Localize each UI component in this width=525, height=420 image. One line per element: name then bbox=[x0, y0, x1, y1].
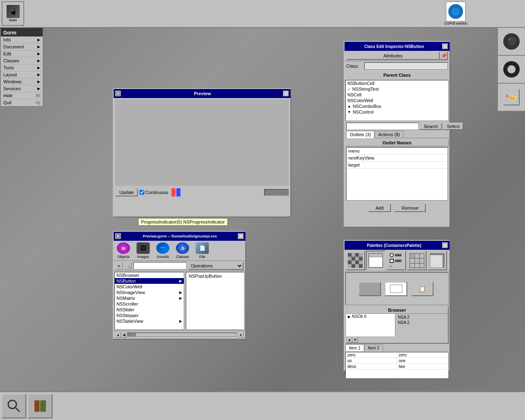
preview-window: Preview ✕ Update Continuous ProgressIndi… bbox=[113, 88, 291, 217]
inspector-tab-outlets[interactable]: Outlets (3) bbox=[346, 131, 374, 138]
outlet-item-target[interactable]: target bbox=[347, 162, 447, 169]
gorm-up-btn[interactable]: ▲ bbox=[115, 332, 121, 338]
gorm-images-tab[interactable]: 🖼 Images bbox=[135, 242, 151, 259]
menu-item-quit[interactable]: Quit #q bbox=[1, 99, 43, 106]
browser-up-btn[interactable]: ▲ bbox=[347, 337, 352, 342]
gorm-left-btn[interactable]: ◀ bbox=[121, 332, 127, 338]
browser-right-item-2[interactable]: NSA 2 bbox=[396, 320, 447, 325]
right-icon-3[interactable]: ✏️ bbox=[497, 84, 525, 112]
inspector-close-btn[interactable]: ✕ bbox=[442, 43, 448, 49]
gorm-minimize-btn[interactable] bbox=[115, 233, 121, 239]
class-list-item-nsbuttoncell[interactable]: NSButtonCell bbox=[346, 80, 448, 86]
inspector-remove-btn[interactable]: Remove bbox=[394, 204, 426, 212]
inspector-tab-actions[interactable]: Actions (8) bbox=[374, 131, 404, 138]
gorm-file-tab[interactable]: 📄 File bbox=[194, 242, 210, 259]
class-list-item-nscell[interactable]: NSCell bbox=[346, 92, 448, 98]
palettes-close-btn[interactable]: ✕ bbox=[442, 242, 448, 248]
menu-item-info[interactable]: Info ▶ bbox=[1, 37, 43, 43]
gorm-close-btn[interactable]: ✕ bbox=[238, 233, 244, 239]
gorm-titlebar: Preview.gorm -- /home/multix/gnustep-cvs… bbox=[114, 232, 245, 241]
menu-title: Gorm bbox=[1, 29, 43, 37]
list-item-nsstepper[interactable]: NSStepper bbox=[115, 313, 184, 318]
menu-arrow-services: ▶ bbox=[37, 87, 40, 91]
list-item-nsslider[interactable]: NSSlider bbox=[115, 307, 184, 313]
gorm-left-list: NSBrowser NSButton ▶ NSColorWell NSImage… bbox=[114, 272, 184, 330]
class-list-item-nsstringtext[interactable]: ✓ NSStringText bbox=[346, 86, 448, 92]
menu-item-layout[interactable]: Layout ▶ bbox=[1, 71, 43, 78]
preview-minimize-btn[interactable] bbox=[115, 91, 121, 96]
gorm-sounds-tab[interactable]: 〰 Sounds bbox=[155, 242, 171, 259]
menu-item-hide[interactable]: Hide #h bbox=[1, 92, 43, 99]
gorm-scrollbar[interactable] bbox=[128, 333, 237, 337]
preview-close-btn[interactable]: ✕ bbox=[283, 91, 289, 96]
list-item-nsscroller[interactable]: NSScroller bbox=[115, 301, 184, 307]
palette-btn-5[interactable] bbox=[427, 251, 447, 270]
right-icon-2[interactable] bbox=[497, 56, 525, 84]
continuous-checkbox[interactable] bbox=[139, 190, 144, 195]
table-row[interactable]: deux two bbox=[346, 364, 448, 370]
browser-right-item-1[interactable]: NSA 2 bbox=[396, 315, 447, 320]
palettes-tab-item1[interactable]: Item 1 bbox=[345, 345, 364, 351]
menu-arrow-edit: ▶ bbox=[37, 52, 40, 56]
gorm-list-view-btn[interactable]: ≡ bbox=[115, 262, 123, 269]
table-row[interactable]: zero zero bbox=[346, 352, 448, 358]
outlet-item-nextkeyview[interactable]: nextKeyView bbox=[347, 155, 447, 162]
inspector-pin-btn[interactable]: 📌 bbox=[440, 52, 448, 60]
class-list-item-nscolorwell[interactable]: NSColorWell bbox=[346, 98, 448, 103]
palettes-title: Palettes (ContainersPalette) bbox=[346, 243, 442, 248]
gorm-right-btn[interactable]: ● bbox=[238, 332, 244, 338]
palettes-tab-item2[interactable]: Item 2 bbox=[364, 345, 383, 351]
preview-continuous-check[interactable]: Continuous bbox=[139, 190, 168, 195]
preview-tooltip: ProgressIndicator(0).NSProgressIndicator bbox=[138, 218, 228, 226]
browser-down-btn[interactable]: ▼ bbox=[352, 337, 358, 342]
gorm-toolbar: m Objects 🖼 Images 〰 Sounds .h C bbox=[114, 241, 245, 261]
palette-btn-2[interactable] bbox=[366, 251, 386, 270]
list-item-nsimageview[interactable]: NSImageView ▶ bbox=[115, 290, 184, 295]
class-list-item-nscontrol[interactable]: ▼ NSControl bbox=[346, 109, 448, 115]
list-item-nstableview[interactable]: NSTableView ▶ bbox=[115, 318, 184, 324]
menu-item-document[interactable]: Document ▶ bbox=[1, 43, 43, 50]
inspector-select-btn[interactable]: Select bbox=[443, 123, 464, 130]
list-item-nsmatrix[interactable]: NSMatrix ▶ bbox=[115, 295, 184, 301]
palette-btn-3[interactable]: A bbox=[386, 251, 406, 270]
inspector-attrs-btn[interactable]: Attributes bbox=[346, 52, 440, 60]
menu-item-edit[interactable]: Edit ▶ bbox=[1, 50, 43, 57]
class-list-item-nscombobox[interactable]: ▲ NSComboBox bbox=[346, 103, 448, 109]
gspdf-icon[interactable]: 🌐 GSPdf.webloc bbox=[444, 2, 468, 25]
bottom-icon-search[interactable] bbox=[2, 394, 26, 418]
right-icon-1[interactable]: ⚫ bbox=[497, 28, 525, 56]
inspector-search-input[interactable] bbox=[346, 123, 419, 130]
preview-titlebar: Preview ✕ bbox=[114, 89, 290, 98]
menu-item-classes[interactable]: Classes ▶ bbox=[1, 57, 43, 64]
list-item-nscolorwell[interactable]: NSColorWell bbox=[115, 284, 184, 290]
gorm-search-icon[interactable]: 🔍 bbox=[124, 262, 132, 269]
preview-update-btn[interactable]: Update bbox=[115, 188, 138, 196]
gorm-search-field[interactable] bbox=[133, 262, 187, 269]
outlet-item-menu[interactable]: menu bbox=[347, 148, 447, 155]
menu-item-tools[interactable]: Tools ▶ bbox=[1, 64, 43, 71]
menu-arrow-info: ▶ bbox=[37, 38, 40, 42]
menu-item-services[interactable]: Services ▶ bbox=[1, 85, 43, 92]
svg-rect-1 bbox=[116, 235, 120, 238]
bottom-icon-books[interactable] bbox=[28, 394, 52, 418]
gorm-classes-tab[interactable]: .h Classes bbox=[174, 242, 191, 259]
menu-item-windows[interactable]: Windows ▶ bbox=[1, 78, 43, 85]
list-item-nsbutton[interactable]: NSButton ▶ bbox=[115, 278, 184, 284]
palettes-titlebar: Palettes (ContainersPalette) ✕ bbox=[345, 241, 450, 250]
inspector-search-btn[interactable]: Search bbox=[420, 123, 442, 130]
list-item-nspopupbutton[interactable]: NSPopUpButton bbox=[187, 273, 243, 279]
table-row[interactable]: un one bbox=[346, 358, 448, 364]
gorm-title: Preview.gorm -- /home/multix/gnustep-cvs bbox=[122, 234, 238, 238]
inspector-add-btn[interactable]: Add bbox=[368, 204, 391, 212]
main-app-icon[interactable]: 📱 Main bbox=[2, 1, 24, 26]
palette-btn-1[interactable] bbox=[345, 251, 365, 270]
gorm-operations-select[interactable]: Operations bbox=[188, 262, 244, 270]
svg-line-3 bbox=[15, 407, 20, 412]
browser-item-0[interactable]: ▶ NSOb 0 bbox=[346, 314, 395, 319]
menu-arrow-document: ▶ bbox=[37, 45, 40, 49]
list-item-nsbrowser[interactable]: NSBrowser bbox=[115, 272, 184, 278]
inspector-class-input[interactable]: NSButton bbox=[364, 62, 448, 70]
menu-arrow-tools: ▶ bbox=[37, 66, 40, 70]
palette-btn-4[interactable] bbox=[407, 251, 427, 270]
gorm-objects-tab[interactable]: m Objects bbox=[115, 242, 132, 259]
